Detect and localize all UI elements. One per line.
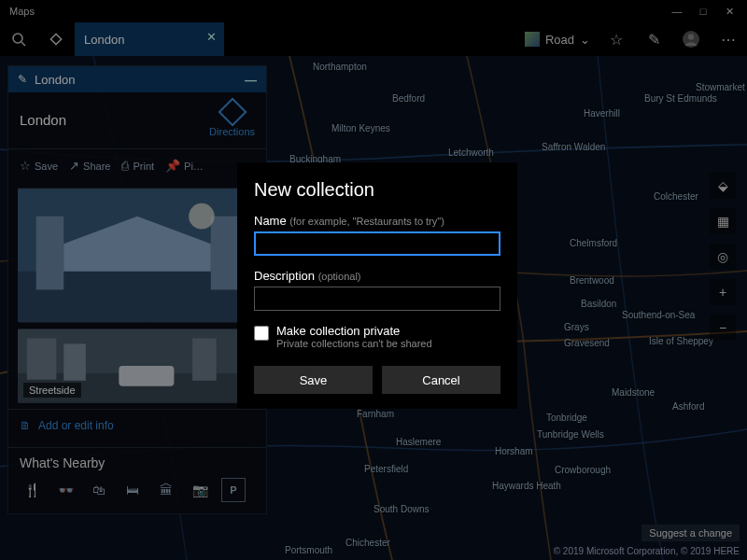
collection-description-input[interactable] (254, 287, 500, 311)
new-collection-dialog: New collection Name (for example, "Resta… (237, 162, 517, 409)
collection-name-input[interactable] (254, 231, 500, 256)
make-private-checkbox[interactable] (254, 326, 269, 341)
dialog-save-button[interactable]: Save (254, 366, 373, 394)
private-label: Make collection private (276, 324, 432, 338)
private-subtext: Private collections can't be shared (276, 338, 432, 349)
description-field-label: Description (optional) (254, 269, 500, 283)
dialog-cancel-button[interactable]: Cancel (382, 366, 500, 394)
dialog-title: New collection (254, 179, 500, 201)
name-field-label: Name (for example, "Restaurants to try") (254, 214, 500, 228)
